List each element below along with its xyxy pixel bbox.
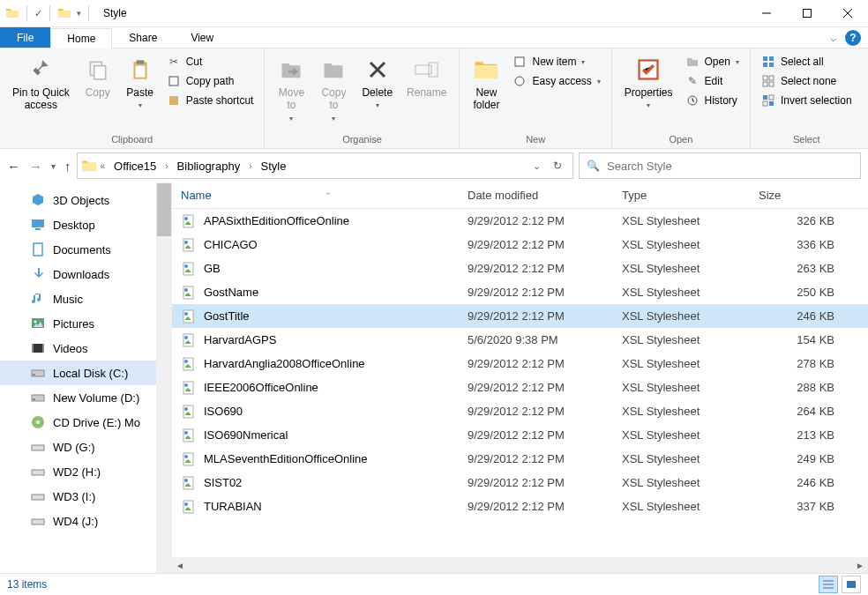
- sidebar-item[interactable]: WD2 (H:): [0, 459, 172, 484]
- sidebar-item[interactable]: Music: [0, 286, 172, 311]
- sidebar-item[interactable]: CD Drive (E:) Mo: [0, 410, 172, 435]
- file-size: 337 KB: [759, 500, 847, 513]
- file-row[interactable]: ISO690Nmerical9/29/2012 2:12 PMXSL Style…: [172, 423, 868, 447]
- new-folder-button[interactable]: New folder: [465, 52, 507, 115]
- tab-home[interactable]: Home: [50, 28, 112, 48]
- file-date: 9/29/2012 2:12 PM: [468, 428, 622, 442]
- sidebar-item[interactable]: Local Disk (C:): [0, 361, 172, 385]
- help-button[interactable]: ?: [845, 30, 861, 46]
- column-header-type[interactable]: Type: [622, 189, 759, 202]
- file-row[interactable]: SIST029/29/2012 2:12 PMXSL Stylesheet246…: [172, 471, 868, 495]
- nav-back-button[interactable]: ←: [7, 159, 20, 174]
- tab-view[interactable]: View: [174, 27, 230, 48]
- file-row[interactable]: GB9/29/2012 2:12 PMXSL Stylesheet263 KB: [172, 257, 868, 280]
- file-row[interactable]: IEEE2006OfficeOnline9/29/2012 2:12 PMXSL…: [172, 376, 868, 399]
- sidebar-item-icon: [30, 217, 46, 233]
- hscroll-right-icon[interactable]: ►: [852, 561, 868, 570]
- svg-rect-25: [763, 95, 767, 100]
- qat-checkmark-icon[interactable]: ✓: [34, 8, 42, 19]
- copy-to-button[interactable]: Copy to▾: [312, 52, 355, 126]
- navigation-pane[interactable]: 3D ObjectsDesktopDocumentsDownloadsMusic…: [0, 182, 172, 573]
- sidebar-item[interactable]: Pictures: [0, 311, 172, 336]
- qat-dropdown-icon[interactable]: ▾: [75, 9, 81, 18]
- tab-file[interactable]: File: [0, 27, 50, 48]
- sidebar-scrollbar[interactable]: [156, 182, 172, 573]
- tab-share[interactable]: Share: [112, 27, 174, 48]
- file-row[interactable]: APASixthEditionOfficeOnline9/29/2012 2:1…: [172, 209, 868, 233]
- column-header-name[interactable]: Name⌃: [181, 189, 468, 202]
- file-date: 9/29/2012 2:12 PM: [468, 214, 622, 227]
- open-button[interactable]: Open ▾: [680, 52, 745, 71]
- rename-button[interactable]: Rename: [400, 52, 453, 102]
- select-none-button[interactable]: Select none: [756, 71, 857, 91]
- sidebar-item-icon: [30, 365, 46, 381]
- paste-button[interactable]: Paste ▾: [119, 52, 161, 114]
- sidebar-item[interactable]: 3D Objects: [0, 188, 172, 212]
- sidebar-item[interactable]: WD (G:): [0, 435, 172, 459]
- copy-button[interactable]: Copy: [77, 52, 119, 102]
- invert-selection-button[interactable]: Invert selection: [756, 91, 857, 110]
- delete-button[interactable]: Delete▾: [355, 52, 400, 114]
- sidebar-item[interactable]: WD4 (J:): [0, 509, 172, 533]
- hscroll-left-icon[interactable]: ◄: [172, 561, 188, 570]
- history-button[interactable]: History: [680, 91, 745, 110]
- close-button[interactable]: [827, 0, 868, 27]
- paste-shortcut-button[interactable]: Paste shortcut: [161, 91, 259, 110]
- file-name: HarvardAnglia2008OfficeOnline: [204, 357, 365, 370]
- svg-rect-67: [183, 453, 193, 465]
- nav-forward-button[interactable]: →: [29, 159, 42, 174]
- addr-dropdown-icon[interactable]: ⌄: [533, 160, 541, 172]
- horizontal-scrollbar[interactable]: ◄ ►: [172, 557, 868, 573]
- qat-folder-icon[interactable]: [57, 6, 71, 20]
- file-row[interactable]: HarvardAGPS5/6/2020 9:38 PMXSL Styleshee…: [172, 328, 868, 352]
- breadcrumb-item[interactable]: Office15: [108, 158, 161, 175]
- breadcrumb-item[interactable]: Bibliography: [172, 158, 246, 175]
- file-row[interactable]: HarvardAnglia2008OfficeOnline9/29/2012 2…: [172, 352, 868, 376]
- view-details-button[interactable]: [819, 576, 838, 593]
- move-to-button[interactable]: Move to▾: [270, 52, 312, 126]
- file-list[interactable]: APASixthEditionOfficeOnline9/29/2012 2:1…: [172, 209, 868, 557]
- svg-point-54: [184, 288, 188, 292]
- svg-rect-46: [32, 519, 44, 524]
- file-row[interactable]: GostTitle9/29/2012 2:12 PMXSL Stylesheet…: [172, 304, 868, 328]
- sidebar-item-label: WD2 (H:): [53, 465, 101, 479]
- breadcrumb-item[interactable]: Style: [255, 158, 291, 175]
- addr-folder-icon[interactable]: [81, 158, 97, 174]
- file-row[interactable]: GostName9/29/2012 2:12 PMXSL Stylesheet2…: [172, 280, 868, 304]
- nav-up-button[interactable]: ↑: [64, 159, 71, 174]
- easy-access-button[interactable]: Easy access ▾: [507, 71, 605, 91]
- refresh-button[interactable]: ↻: [553, 160, 562, 172]
- address-bar[interactable]: « Office15 › Bibliography › Style ⌄ ↻: [77, 152, 574, 179]
- sidebar-item[interactable]: Downloads: [0, 262, 172, 286]
- sidebar-item[interactable]: Videos: [0, 336, 172, 361]
- sidebar-item[interactable]: New Volume (D:): [0, 385, 172, 410]
- column-header-size[interactable]: Size: [759, 189, 847, 202]
- file-icon: [181, 475, 197, 491]
- ribbon-group-select-label: Select: [756, 132, 857, 148]
- copy-path-button[interactable]: Copy path: [161, 71, 259, 91]
- column-header-date[interactable]: Date modified: [468, 189, 622, 202]
- properties-button[interactable]: Properties▾: [617, 52, 680, 114]
- file-row[interactable]: CHICAGO9/29/2012 2:12 PMXSL Stylesheet33…: [172, 233, 868, 257]
- svg-rect-44: [32, 470, 44, 475]
- sidebar-item[interactable]: WD3 (I:): [0, 484, 172, 509]
- file-row[interactable]: TURABIAN9/29/2012 2:12 PMXSL Stylesheet3…: [172, 495, 868, 518]
- search-box[interactable]: 🔍: [579, 152, 861, 179]
- maximize-button[interactable]: [787, 0, 827, 27]
- sidebar-item[interactable]: Desktop: [0, 212, 172, 237]
- new-item-button[interactable]: New item ▾: [507, 52, 605, 71]
- edit-button[interactable]: ✎Edit: [680, 71, 745, 91]
- file-row[interactable]: ISO6909/29/2012 2:12 PMXSL Stylesheet264…: [172, 399, 868, 423]
- svg-point-50: [184, 241, 188, 244]
- pin-to-quick-access-button[interactable]: Pin to Quick access: [5, 52, 77, 115]
- sidebar-item[interactable]: Documents: [0, 237, 172, 262]
- search-input[interactable]: [607, 160, 853, 173]
- nav-history-dropdown[interactable]: ▾: [51, 161, 56, 171]
- file-row[interactable]: MLASeventhEditionOfficeOnline9/29/2012 2…: [172, 447, 868, 471]
- minimize-button[interactable]: [746, 0, 787, 27]
- collapse-ribbon-icon[interactable]: ⌵: [830, 32, 836, 44]
- cut-button[interactable]: ✂Cut: [161, 52, 259, 71]
- file-name: ISO690Nmerical: [204, 428, 288, 442]
- select-all-button[interactable]: Select all: [756, 52, 857, 71]
- view-large-icons-button[interactable]: [842, 576, 861, 593]
